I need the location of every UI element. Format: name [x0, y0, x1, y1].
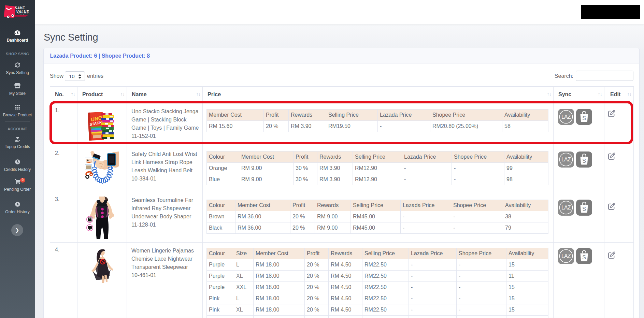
- svg-text:S: S: [582, 255, 586, 260]
- svg-text:LAZ: LAZ: [561, 157, 571, 162]
- svg-text:LAZ: LAZ: [561, 205, 571, 211]
- svg-text:S: S: [582, 158, 586, 164]
- svg-text:Shopping Platform: Shopping Platform: [18, 13, 30, 15]
- svg-text:LAZ: LAZ: [561, 253, 571, 259]
- svg-text:S: S: [582, 206, 586, 212]
- svg-text:SAVE: SAVE: [15, 6, 25, 10]
